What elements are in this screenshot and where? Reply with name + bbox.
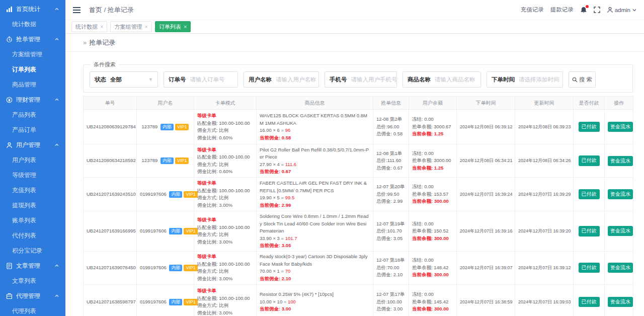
agent-icon [6, 293, 13, 299]
sidebar-item[interactable]: 商品管理 [0, 77, 65, 92]
sidebar-item[interactable]: 订单列表 [0, 62, 65, 77]
paid-badge: 已付款 [579, 226, 600, 236]
chart-icon [6, 6, 13, 13]
paid-status: 已付款 [574, 284, 605, 316]
fund-flow-button[interactable]: 资金流水 [608, 297, 633, 307]
fund-flow-button[interactable]: 资金流水 [608, 156, 633, 166]
balance-cell: 冻结: 0.00抢单余额: 145.42当前余额: 300.00 [409, 284, 457, 316]
col-header: 操作 [605, 97, 633, 110]
order-no: UB2412071638598797 [84, 284, 137, 316]
sidebar-section-2[interactable]: 理财管理 [0, 92, 65, 107]
close-icon[interactable]: × [100, 24, 103, 30]
vip-badge: VIP1 [184, 265, 198, 271]
updated-time: 2024年12月07日 16:39:29 [515, 178, 574, 211]
mode-cell: 等级卡单匹配金额: 100.00-100.00佣金方式: 比例佣金比例: 0.6… [194, 144, 257, 178]
sidebar-item[interactable]: 产品订单 [0, 122, 65, 137]
order-no: UB2412071639078450 [84, 251, 137, 284]
updated-time: 2024年12月08日 06:39:23 [515, 110, 574, 144]
sidebar-section-1[interactable]: 抢单管理 [0, 32, 65, 47]
fund-flow-button[interactable]: 资金流水 [608, 189, 633, 199]
order-no: UB2412071639166995 [84, 211, 137, 252]
status-select[interactable]: 状态 全部 ▼ [90, 71, 158, 88]
breadcrumb-home[interactable]: 首页 [89, 6, 102, 14]
product-cell: Resistor 0.25W 5% (4K7) * [10pcs]10.00 ×… [257, 284, 373, 316]
fund-flow-button[interactable]: 资金流水 [608, 226, 633, 236]
balance-cell: 冻结: 0.00抢单余额: 3000.67当前余额: 1.25 [409, 110, 457, 144]
order-no: UB2412080634218592 [84, 144, 137, 178]
search-field-订单号[interactable]: 订单号请输入订单号 [164, 71, 238, 88]
collapse-menu-icon[interactable] [73, 7, 80, 13]
breadcrumb: 首页 / 抢单记录 [89, 6, 134, 15]
search-field-用户名称[interactable]: 用户名称请输入用户名称 [244, 71, 319, 88]
tab-统计数据[interactable]: 统计数据× [71, 21, 107, 32]
balance-cell: 冻结: 0.00抢单余额: 148.42当前余额: 300.00 [409, 251, 457, 284]
username-cell: 0199197606 内部VIP1 [137, 178, 194, 211]
fund-flow-button[interactable]: 资金流水 [608, 122, 633, 132]
mode-cell: 等级卡单匹配金额: 100.00-100.00佣金方式: 比例佣金比例: 3.0… [194, 178, 257, 211]
search-button[interactable]: 搜 索 [569, 71, 596, 88]
vip-badge: VIP1 [184, 228, 198, 234]
action-cell: 资金流水 [605, 178, 633, 211]
col-header: 用户余额 [409, 97, 457, 110]
table-row: UB24120716385987970199197606 内部VIP1等级卡单匹… [84, 284, 633, 316]
sidebar-section-0[interactable]: 首页统计 [0, 2, 65, 17]
chevron-up-icon [54, 293, 59, 298]
mode-cell: 等级卡单匹配金额: 100.00-100.00佣金方式: 比例佣金比例: 3.0… [194, 211, 257, 252]
grab-info-cell: 12-07 第17单总价:100.00总佣金: 3.00 [373, 284, 409, 316]
sidebar-section-4[interactable]: 文章管理 [0, 258, 65, 273]
fund-flow-button[interactable]: 资金流水 [608, 263, 633, 273]
search-field-下单时间[interactable]: 下单时间请选择添加时间 [487, 71, 563, 88]
username-label: admin [615, 7, 630, 13]
search-field-商品名称[interactable]: 商品名称请输入商品名称 [403, 71, 481, 88]
close-icon[interactable]: × [184, 24, 187, 30]
chevron-down-icon [632, 8, 637, 13]
chevron-up-icon [54, 263, 59, 268]
sidebar-item[interactable]: 充值列表 [0, 183, 65, 198]
updated-time: 2024年12月07日 16:39:03 [515, 284, 574, 316]
col-header: 抢单信息 [373, 97, 409, 110]
search-field-手机号[interactable]: 手机号请输入用户手机号 [325, 71, 397, 88]
grab-icon [6, 36, 13, 43]
chevron-up-icon [54, 37, 59, 42]
sidebar-item[interactable]: 等级管理 [0, 168, 65, 183]
finance-icon [6, 97, 13, 103]
chevron-up-icon [54, 142, 59, 147]
created-time: 2024年12月08日 06:34:21 [457, 144, 515, 178]
close-icon[interactable]: × [144, 24, 147, 30]
tab-订单列表[interactable]: 订单列表× [155, 21, 191, 32]
sidebar-item[interactable]: 代付列表 [0, 228, 65, 243]
sidebar-item[interactable]: 产品列表 [0, 107, 65, 122]
sidebar-section-5[interactable]: 代理管理 [0, 288, 65, 303]
paid-badge: 已付款 [579, 297, 600, 307]
sidebar-item[interactable]: 代理列表 [0, 303, 65, 316]
paid-badge: 已付款 [579, 155, 600, 166]
double-arrow-icon: » [83, 39, 87, 46]
withdraw-record-link[interactable]: 提款记录 [550, 6, 574, 14]
user-menu[interactable]: admin [607, 7, 637, 13]
grab-info-cell: 12-07 第19单总价:101.70总佣金: 3.05 [373, 211, 409, 252]
sidebar-item[interactable]: 用户列表 [0, 152, 65, 168]
search-legend: 条件搜索 [91, 61, 119, 68]
sidebar-item[interactable]: 方案组管理 [0, 47, 65, 62]
tab-方案组管理[interactable]: 方案组管理× [110, 21, 151, 32]
sidebar-item[interactable]: 账单列表 [0, 213, 65, 228]
internal-badge: 内部 [160, 157, 174, 164]
status-value: 全部 [110, 76, 122, 84]
sidebar-item[interactable]: 积分宝记录 [0, 243, 65, 258]
action-cell: 资金流水 [605, 110, 633, 144]
sidebar-section-3[interactable]: 用户管理 [0, 137, 65, 152]
sidebar-item[interactable]: 统计数据 [0, 17, 65, 32]
sidebar-item[interactable]: 文章列表 [0, 273, 65, 288]
col-header: 单号 [84, 97, 137, 110]
sidebar-item[interactable]: 提现列表 [0, 198, 65, 213]
col-header: 下单时间 [457, 97, 515, 110]
grab-info-cell: 12-07 第20单总价:99.50总佣金: 2.99 [373, 178, 409, 211]
product-cell: Ready stock(0-3 year) Cartoon 3D Disposa… [257, 251, 373, 284]
paid-status: 已付款 [574, 178, 605, 211]
product-cell: FABER CASTELL AIR GEL PEN FAST DRY INK &… [257, 178, 373, 211]
recharge-record-link[interactable]: 充值记录 [521, 6, 544, 14]
paid-badge: 已付款 [579, 189, 600, 200]
bell-icon[interactable] [580, 7, 587, 14]
fullscreen-icon[interactable] [594, 7, 600, 13]
order-no: UB2412071639243510 [84, 178, 137, 211]
